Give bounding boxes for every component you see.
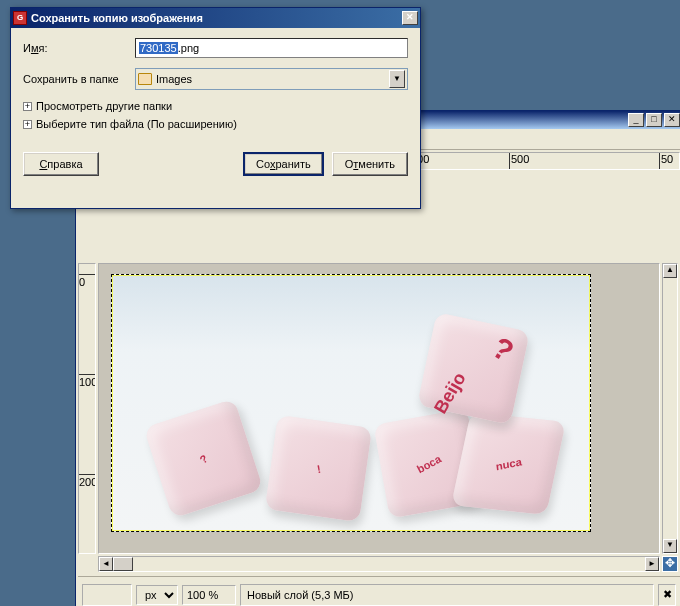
maximize-button[interactable]: □ [646, 113, 662, 127]
dice-face-nuca: nuca [495, 455, 522, 472]
dialog-body: Имя: 730135.png Сохранить в папке Images… [11, 28, 420, 144]
expander-label: Выберите тип файла (По расширению) [36, 118, 237, 130]
dice-face-beijo: Beijo [430, 369, 470, 418]
status-layer-text: Новый слой (5,3 МБ) [240, 584, 654, 606]
folder-icon [138, 73, 152, 85]
scrollbar-vertical[interactable]: ▲ ▼ [662, 263, 678, 554]
statusbar: px Новый слой (5,3 МБ) ✖ [78, 576, 680, 606]
cancel-icon[interactable]: ✖ [658, 584, 676, 606]
dialog-button-row: Справка Сохранить Отменить [11, 144, 420, 186]
chevron-down-icon[interactable]: ▼ [389, 70, 405, 88]
scroll-thumb[interactable] [113, 557, 133, 571]
plus-icon: + [23, 102, 32, 111]
ruler-tick: 100 [79, 374, 96, 388]
dialog-title: Сохранить копию изображения [31, 12, 398, 24]
canvas[interactable]: ? ! boca nuca ? Beijo [98, 263, 660, 554]
folder-row: Сохранить в папке Images ▼ [23, 68, 408, 90]
ruler-tick: 200 [79, 474, 96, 488]
dice-cube: nuca [451, 412, 566, 515]
dice-cube: ? Beijo [417, 312, 530, 425]
name-label: Имя: [23, 42, 127, 54]
units-select[interactable]: px [136, 585, 178, 605]
scroll-up-icon[interactable]: ▲ [663, 264, 677, 278]
dice-face-boca: boca [414, 452, 442, 475]
save-button[interactable]: Сохранить [243, 152, 324, 176]
help-button[interactable]: Справка [23, 152, 99, 176]
scroll-right-icon[interactable]: ► [645, 557, 659, 571]
zoom-input[interactable] [182, 585, 236, 605]
plus-icon: + [23, 120, 32, 129]
cancel-button[interactable]: Отменить [332, 152, 408, 176]
ruler-tick: 0 [79, 274, 96, 288]
dice-face-question: ? [197, 452, 210, 466]
folder-value: Images [156, 73, 192, 85]
scrollbar-horizontal[interactable]: ◄ ► [98, 556, 660, 572]
app-icon: G [13, 11, 27, 25]
ruler-tick: 500 [509, 153, 529, 170]
dice-image: ? ! boca nuca ? Beijo [136, 321, 566, 531]
expander-file-type[interactable]: + Выберите тип файла (По расширению) [23, 118, 408, 130]
filename-extension: .png [178, 42, 199, 54]
folder-combo[interactable]: Images ▼ [135, 68, 408, 90]
dice-face-exclaim: ! [316, 462, 322, 474]
image-selection[interactable]: ? ! boca nuca ? Beijo [111, 274, 591, 532]
scroll-left-icon[interactable]: ◄ [99, 557, 113, 571]
dice-cube: ? [144, 399, 264, 519]
pointer-coords [82, 584, 132, 606]
save-copy-dialog: G Сохранить копию изображения ✕ Имя: 730… [10, 7, 421, 209]
ruler-tick: 50 [659, 153, 673, 170]
ruler-vertical[interactable]: 0 100 200 300 [78, 263, 96, 554]
folder-label: Сохранить в папке [23, 73, 127, 85]
filename-input[interactable]: 730135.png [135, 38, 408, 58]
dialog-close-button[interactable]: ✕ [402, 11, 418, 25]
name-row: Имя: 730135.png [23, 38, 408, 58]
dice-face-question2: ? [486, 330, 520, 369]
dialog-titlebar[interactable]: G Сохранить копию изображения ✕ [11, 8, 420, 28]
navigation-icon[interactable]: ✥ [662, 556, 678, 572]
scroll-down-icon[interactable]: ▼ [663, 539, 677, 553]
expander-browse-folders[interactable]: + Просмотреть другие папки [23, 100, 408, 112]
filename-selected-text: 730135 [139, 42, 178, 54]
close-button[interactable]: ✕ [664, 113, 680, 127]
expander-label: Просмотреть другие папки [36, 100, 172, 112]
dice-cube: ! [265, 415, 372, 522]
minimize-button[interactable]: _ [628, 113, 644, 127]
